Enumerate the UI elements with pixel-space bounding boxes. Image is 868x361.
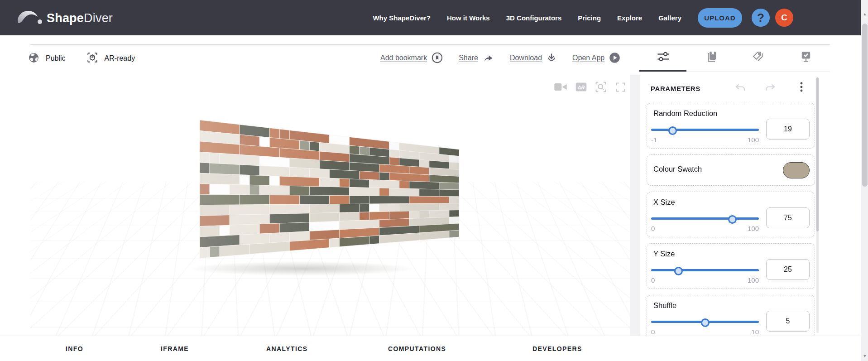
action-label: Add bookmark: [380, 54, 427, 62]
logo-wordmark: ShapeDiver: [47, 11, 113, 25]
shapediver-model-page: ShapeDiver Why ShapeDiver?How it Works3D…: [0, 0, 868, 361]
slider-track[interactable]: [651, 129, 759, 131]
value-input-random-reduction[interactable]: [766, 119, 810, 140]
slider-max-label: 10: [751, 328, 759, 336]
panel-tab-tags[interactable]: [734, 49, 782, 65]
page-scrollbar-thumb[interactable]: [862, 24, 868, 187]
slider-track[interactable]: [651, 321, 759, 323]
panel-tab-parameters[interactable]: [639, 49, 687, 65]
slider-max-label: 100: [748, 225, 759, 232]
slider-thumb[interactable]: [728, 215, 737, 224]
model-toolbar: Public AR-ready Add bookmarkShareDownloa…: [0, 35, 868, 75]
upload-button[interactable]: UPLOAD: [698, 8, 742, 28]
ar-ready-badge: AR-ready: [86, 52, 135, 65]
nav-link-pricing[interactable]: Pricing: [578, 14, 601, 22]
visibility-badge: Public: [28, 52, 66, 65]
slider-shuffle[interactable]: [651, 318, 759, 326]
panel-tab-library[interactable]: [687, 49, 734, 65]
3d-model-wall[interactable]: [30, 75, 630, 336]
viewer-control-camera[interactable]: [553, 81, 568, 93]
page-scrollbar[interactable]: ▲ ▼: [861, 0, 868, 361]
ar-cube-icon: [86, 52, 98, 65]
user-avatar[interactable]: C: [775, 9, 793, 27]
undo-icon[interactable]: [734, 82, 746, 95]
value-input-y-size[interactable]: [766, 259, 810, 280]
toolbar-actions: Add bookmarkShareDownloadOpen App: [380, 52, 621, 64]
slider-range: -1100: [651, 136, 759, 144]
nav-link-explore[interactable]: Explore: [617, 14, 642, 22]
viewer-control-fullscreen[interactable]: [614, 81, 627, 93]
help-button[interactable]: ?: [752, 9, 770, 27]
slider-min-label: -1: [651, 136, 657, 144]
main-content: AR PARAMETERS: [0, 75, 861, 336]
parameter-label: Colour Swatch: [653, 165, 702, 173]
footer-tab-analytics[interactable]: ANALYTICS: [266, 345, 307, 352]
shapediver-swoosh-icon: [17, 9, 43, 27]
footer-tab-computations[interactable]: COMPUTATIONS: [388, 345, 446, 352]
color-swatch[interactable]: [783, 162, 810, 178]
shapediver-logo[interactable]: ShapeDiver: [17, 9, 113, 27]
play-circle-icon: [609, 52, 621, 64]
parameter-card-y-size: Y Size0100: [647, 243, 815, 289]
model-badges: Public AR-ready: [28, 52, 135, 65]
slider-track[interactable]: [651, 217, 759, 220]
parameter-card-random-reduction: Random Reduction-1100: [647, 103, 815, 149]
slider-x-size[interactable]: [651, 215, 759, 223]
slider-range: 0100: [651, 225, 759, 232]
parameters-header: PARAMETERS: [640, 75, 830, 103]
action-open-app[interactable]: Open App: [572, 52, 621, 64]
top-navbar: ShapeDiver Why ShapeDiver?How it Works3D…: [0, 0, 868, 35]
nav-link-how-it-works[interactable]: How it Works: [447, 14, 490, 22]
download-icon: [546, 53, 557, 63]
slider-min-label: 0: [651, 276, 655, 284]
viewer-panel-gap: [630, 75, 640, 336]
footer-tab-iframe[interactable]: IFRAME: [161, 345, 189, 352]
camera-icon: [553, 81, 568, 93]
parameter-card-shuffle: Shuffle010: [647, 295, 815, 336]
parameter-label: Shuffle: [653, 301, 676, 310]
parameter-label: X Size: [653, 198, 675, 207]
slider-track[interactable]: [651, 269, 759, 271]
footer-tab-developers[interactable]: DEVELOPERS: [532, 345, 582, 352]
ar-badge-icon: AR: [575, 81, 587, 93]
slider-min-label: 0: [651, 328, 655, 336]
panel-scrollbar-thumb[interactable]: [816, 77, 819, 231]
nav-link-3d-configurators[interactable]: 3D Configurators: [506, 14, 562, 22]
action-add-bookmark[interactable]: Add bookmark: [380, 52, 443, 64]
slider-thumb[interactable]: [701, 318, 710, 327]
value-input-shuffle[interactable]: [766, 311, 810, 332]
scroll-up-icon[interactable]: ▲: [861, 10, 868, 18]
slider-range: 0100: [651, 276, 759, 284]
panel-scrollbar[interactable]: [816, 77, 819, 333]
kebab-menu-icon[interactable]: [797, 81, 806, 95]
sliders-icon: [656, 50, 671, 63]
share-arrow-icon: [482, 53, 494, 63]
viewer-control-ar-view[interactable]: AR: [575, 81, 587, 93]
slider-thumb[interactable]: [668, 126, 677, 135]
globe-icon: [28, 52, 39, 65]
slider-max-label: 100: [748, 276, 759, 284]
fullscreen-icon: [614, 81, 627, 93]
svg-text:AR: AR: [577, 85, 585, 90]
3d-viewer[interactable]: AR: [30, 75, 630, 336]
nav-link-why-shapediver[interactable]: Why ShapeDiver?: [373, 14, 431, 22]
slider-y-size[interactable]: [651, 266, 759, 274]
tags-icon: [752, 50, 765, 63]
redo-icon[interactable]: [764, 82, 776, 95]
panel-tab-bar: [639, 49, 830, 65]
slider-random-reduction[interactable]: [651, 126, 759, 134]
action-label: Open App: [572, 54, 604, 62]
display-check-icon: [799, 50, 813, 63]
action-label: Download: [510, 54, 542, 62]
panel-tab-model-states[interactable]: [782, 49, 830, 65]
action-download[interactable]: Download: [510, 53, 557, 63]
viewer-controls: AR: [553, 81, 627, 93]
footer-tab-info[interactable]: INFO: [66, 345, 83, 352]
slider-min-label: 0: [651, 225, 655, 232]
nav-link-gallery[interactable]: Gallery: [658, 14, 681, 22]
viewer-control-zoom-extents[interactable]: [595, 81, 607, 93]
slider-thumb[interactable]: [674, 267, 683, 275]
action-share[interactable]: Share: [459, 53, 494, 63]
scroll-down-icon[interactable]: ▼: [861, 352, 868, 360]
value-input-x-size[interactable]: [766, 207, 810, 228]
